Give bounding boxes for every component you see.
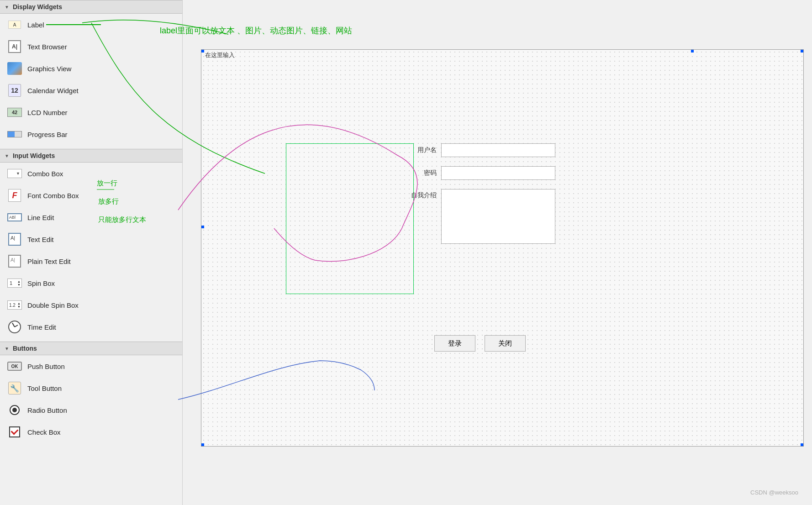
corner-dot-tl bbox=[201, 50, 204, 53]
section-buttons-label: Buttons bbox=[13, 345, 37, 352]
spin-box-label: Spin Box bbox=[27, 279, 55, 287]
text-edit-label: Text Edit bbox=[27, 236, 54, 243]
progress-bar-label: Progress Bar bbox=[27, 131, 68, 138]
section-display-widgets: Display Widgets bbox=[0, 0, 182, 14]
line-edit-icon: ABl bbox=[7, 210, 22, 225]
form-group-border bbox=[286, 143, 414, 294]
line-edit-annotation: 放一行 bbox=[97, 179, 117, 188]
blue-dot-top-mid bbox=[691, 50, 694, 53]
sidebar-item-check-box[interactable]: Check Box bbox=[0, 421, 182, 443]
blue-dot-left-mid bbox=[201, 226, 204, 228]
sidebar-item-double-spin-box[interactable]: 1.2 ▲ ▼ Double Spin Box bbox=[0, 294, 182, 316]
form-fields: 用户名 密码 自我介绍 bbox=[409, 143, 555, 253]
sidebar-item-lcd-number[interactable]: 42 LCD Number bbox=[0, 101, 182, 123]
left-panel: Display Widgets A Label A| Text Browser … bbox=[0, 0, 183, 505]
section-buttons: Buttons bbox=[0, 342, 182, 355]
radio-button-icon bbox=[7, 403, 22, 417]
calendar-icon: 12 bbox=[7, 83, 22, 98]
graphics-view-label: Graphics View bbox=[27, 65, 71, 73]
corner-dot-bl bbox=[201, 443, 204, 446]
radio-button-label: Radio Button bbox=[27, 406, 67, 414]
login-button[interactable]: 登录 bbox=[434, 335, 475, 352]
intro-textarea[interactable] bbox=[441, 189, 555, 244]
font-combo-box-icon: F bbox=[7, 188, 22, 203]
plain-text-edit-label: Plain Text Edit bbox=[27, 258, 71, 265]
sidebar-item-progress-bar[interactable]: Progress Bar bbox=[0, 123, 182, 145]
designer-canvas: 在这里输入 用户名 密码 自我介绍 bbox=[201, 49, 804, 447]
plain-text-edit-icon: A| bbox=[7, 254, 22, 268]
combo-box-label: Combo Box bbox=[27, 170, 63, 178]
sidebar-item-calendar-widget[interactable]: 12 Calendar Widget bbox=[0, 79, 182, 101]
sidebar-item-plain-text-edit[interactable]: A| Plain Text Edit bbox=[0, 250, 182, 272]
calendar-widget-label: Calendar Widget bbox=[27, 87, 79, 95]
intro-label: 自我介绍 bbox=[409, 189, 437, 200]
text-browser-label: Text Browser bbox=[27, 43, 67, 51]
sidebar-item-font-combo-box[interactable]: F Font Combo Box bbox=[0, 184, 182, 206]
lcd-icon: 42 bbox=[7, 105, 22, 120]
plain-text-annotation: 只能放多行文本 bbox=[98, 216, 146, 224]
tool-button-label: Tool Button bbox=[27, 384, 62, 392]
label-annotation: label里面可以放文本 、图片、动态图片、链接、网站 bbox=[160, 25, 352, 36]
push-button-icon: OK bbox=[7, 359, 22, 373]
combo-box-icon: ▼ bbox=[7, 166, 22, 181]
username-input[interactable] bbox=[441, 143, 555, 157]
sidebar-item-radio-button[interactable]: Radio Button bbox=[0, 399, 182, 421]
sidebar-item-time-edit[interactable]: Time Edit bbox=[0, 316, 182, 338]
tool-button-icon: 🔧 bbox=[7, 381, 22, 395]
section-input-widgets-label: Input Widgets bbox=[13, 152, 55, 159]
username-label: 用户名 bbox=[409, 146, 437, 154]
section-display-widgets-label: Display Widgets bbox=[13, 3, 62, 11]
section-input-widgets: Input Widgets bbox=[0, 149, 182, 163]
label-item-text: Label bbox=[27, 21, 44, 29]
corner-dot-br bbox=[801, 443, 803, 446]
sidebar-item-text-edit[interactable]: A| Text Edit bbox=[0, 228, 182, 250]
main-area: label里面可以放文本 、图片、动态图片、链接、网站 放一行 放多行 只能放多… bbox=[183, 0, 812, 505]
font-combo-box-label: Font Combo Box bbox=[27, 192, 79, 200]
text-edit-icon: A| bbox=[7, 232, 22, 247]
text-browser-icon: A| bbox=[7, 39, 22, 54]
sidebar-item-graphics-view[interactable]: Graphics View bbox=[0, 58, 182, 79]
check-box-label: Check Box bbox=[27, 428, 61, 436]
sidebar-item-tool-button[interactable]: 🔧 Tool Button bbox=[0, 377, 182, 399]
double-spin-box-label: Double Spin Box bbox=[27, 301, 79, 309]
sidebar-item-line-edit[interactable]: ABl Line Edit bbox=[0, 206, 182, 228]
intro-row: 自我介绍 bbox=[409, 189, 555, 244]
spin-box-icon: 1 ▲ ▼ bbox=[7, 276, 22, 290]
password-label: 密码 bbox=[409, 169, 437, 177]
username-row: 用户名 bbox=[409, 143, 555, 157]
time-edit-icon bbox=[7, 320, 22, 334]
text-edit-annotation: 放多行 bbox=[98, 197, 119, 206]
double-spin-box-icon: 1.2 ▲ ▼ bbox=[7, 298, 22, 312]
line-edit-label: Line Edit bbox=[27, 214, 54, 221]
form-buttons: 登录 关闭 bbox=[434, 335, 526, 352]
check-box-icon bbox=[7, 425, 22, 439]
progress-bar-icon bbox=[7, 127, 22, 142]
corner-dot-tr bbox=[801, 50, 803, 53]
label-icon: A bbox=[7, 17, 22, 32]
sidebar-item-push-button[interactable]: OK Push Button bbox=[0, 355, 182, 377]
password-input[interactable] bbox=[441, 166, 555, 180]
sidebar-item-combo-box[interactable]: ▼ Combo Box bbox=[0, 163, 182, 184]
close-button[interactable]: 关闭 bbox=[485, 335, 526, 352]
password-row: 密码 bbox=[409, 166, 555, 180]
sidebar-item-text-browser[interactable]: A| Text Browser bbox=[0, 36, 182, 58]
sidebar-item-label[interactable]: A Label bbox=[0, 14, 182, 36]
graphics-view-icon bbox=[7, 61, 22, 76]
time-edit-label: Time Edit bbox=[27, 323, 56, 331]
watermark: CSDN @weeksoo bbox=[750, 489, 798, 496]
lcd-number-label: LCD Number bbox=[27, 109, 68, 116]
label-underline-decoration bbox=[46, 24, 101, 25]
canvas-title: 在这里输入 bbox=[201, 50, 238, 61]
push-button-label: Push Button bbox=[27, 363, 65, 370]
sidebar-item-spin-box[interactable]: 1 ▲ ▼ Spin Box bbox=[0, 272, 182, 294]
